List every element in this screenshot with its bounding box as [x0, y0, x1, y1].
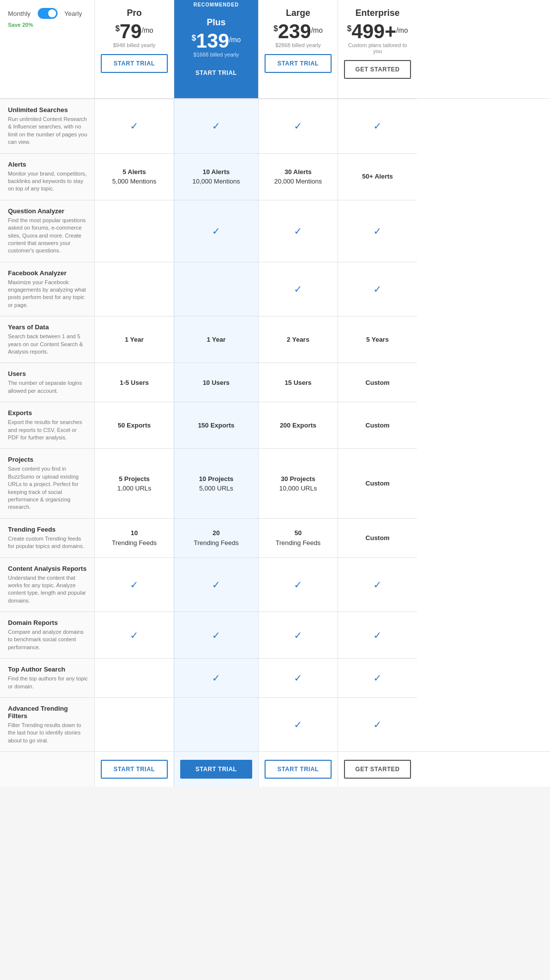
feature-cell-9-3: ✓: [338, 557, 417, 612]
price-dollar-pro: $: [115, 24, 120, 33]
feature-title-5: Users: [8, 370, 88, 377]
feature-cell-1-3: 50+ Alerts: [338, 153, 417, 200]
feature-label-3: Facebook Analyzer Maximize your Facebook…: [0, 262, 94, 316]
feature-cell-6-2: 200 Exports: [258, 402, 338, 448]
bottom-btn-enterprise[interactable]: GET STARTED: [344, 760, 411, 779]
feature-cell-5-3: Custom: [338, 363, 417, 402]
cell-text-7-0: 5 Projects1,000 URLs: [117, 474, 151, 493]
feature-cell-0-1: ✓: [174, 99, 258, 153]
feature-cell-0-3: ✓: [338, 99, 417, 153]
feature-cell-7-3: Custom: [338, 448, 417, 518]
feature-cell-5-1: 10 Users: [174, 363, 258, 402]
cell-text-7-3: Custom: [365, 479, 389, 489]
feature-title-0: Unlimited Searches: [8, 106, 88, 114]
feature-desc-7: Save content you find in BuzzSumo or upl…: [8, 465, 88, 511]
feature-title-1: Alerts: [8, 161, 88, 168]
price-mo-plus: /mo: [229, 36, 241, 44]
bottom-feature-empty: [0, 752, 94, 787]
checkmark-icon: ✓: [294, 120, 302, 132]
price-mo-large: /mo: [311, 26, 323, 34]
feature-cell-12-2: ✓: [258, 697, 338, 751]
cell-text-8-1: 20Trending Feeds: [194, 528, 239, 548]
price-period-plus: $1668 billed yearly: [186, 52, 246, 58]
feature-cell-8-2: 50Trending Feeds: [258, 518, 338, 557]
checkmark-icon: ✓: [294, 225, 302, 237]
feature-label-10: Domain Reports Compare and analyze domai…: [0, 612, 94, 658]
feature-cell-0-2: ✓: [258, 99, 338, 153]
plan-header-plus: RECOMMENDED Plus $ 139 /mo $1668 billed …: [174, 0, 258, 98]
feature-cell-6-1: 150 Exports: [174, 402, 258, 448]
cell-text-4-1: 1 Year: [206, 335, 225, 345]
checkmark-icon: ✓: [373, 283, 382, 295]
feature-cell-10-3: ✓: [338, 612, 417, 658]
feature-cell-7-1: 10 Projects5,000 URLs: [174, 448, 258, 518]
feature-cell-12-3: ✓: [338, 697, 417, 751]
bottom-btn-large[interactable]: START TRIAL: [265, 760, 332, 779]
feature-label-7: Projects Save content you find in BuzzSu…: [0, 448, 94, 518]
plan-name-pro: Pro: [101, 8, 168, 18]
cell-text-7-1: 10 Projects5,000 URLs: [199, 474, 233, 493]
feature-cell-3-1: [174, 262, 258, 316]
feature-title-3: Facebook Analyzer: [8, 269, 88, 277]
pricing-table: Monthly Yearly Save 20% Pro $ 79 /mo $94…: [0, 0, 550, 787]
feature-cell-8-1: 20Trending Feeds: [174, 518, 258, 557]
feature-cell-12-1: [174, 697, 258, 751]
feature-cell-5-0: 1-5 Users: [94, 363, 174, 402]
feature-desc-10: Compare and analyze domains to benchmark…: [8, 628, 88, 651]
cell-text-1-1: 10 Alerts10,000 Mentions: [192, 167, 240, 186]
cell-text-4-3: 5 Years: [366, 335, 389, 345]
cell-text-5-0: 1-5 Users: [120, 378, 149, 388]
plan-name-large: Large: [265, 8, 332, 18]
feature-cell-11-3: ✓: [338, 658, 417, 697]
price-dollar-enterprise: $: [347, 24, 351, 33]
feature-cell-7-0: 5 Projects1,000 URLs: [94, 448, 174, 518]
bottom-cta-enterprise: GET STARTED: [338, 752, 417, 787]
price-amount-pro: 79: [120, 21, 142, 41]
bottom-btn-plus[interactable]: START TRIAL: [180, 760, 252, 779]
cell-text-8-2: 50Trending Feeds: [275, 528, 321, 548]
feature-desc-11: Find the top authors for any topic or do…: [8, 675, 88, 690]
feature-label-5: Users The number of separate logins allo…: [0, 363, 94, 402]
price-mo-pro: /mo: [142, 26, 153, 34]
feature-desc-6: Export the results for searches and repo…: [8, 419, 88, 441]
checkmark-icon: ✓: [294, 719, 302, 731]
feature-cell-7-2: 30 Projects10,000 URLs: [258, 448, 338, 518]
feature-cell-4-0: 1 Year: [94, 316, 174, 363]
billing-toggle[interactable]: [38, 8, 58, 19]
cta-enterprise[interactable]: GET STARTED: [344, 60, 411, 79]
checkmark-icon: ✓: [294, 629, 302, 641]
bottom-btn-pro[interactable]: START TRIAL: [101, 760, 168, 779]
plan-name-enterprise: Enterprise: [344, 8, 411, 18]
cell-text-8-0: 10Trending Feeds: [112, 528, 157, 548]
cta-plus[interactable]: START TRIAL: [186, 63, 246, 82]
feature-cell-12-0: [94, 697, 174, 751]
price-amount-enterprise: 499+: [351, 21, 396, 41]
feature-title-10: Domain Reports: [8, 619, 88, 626]
feature-cell-4-3: 5 Years: [338, 316, 417, 363]
plan-name-plus: Plus: [186, 17, 246, 28]
cell-text-4-0: 1 Year: [125, 335, 143, 345]
cta-pro[interactable]: START TRIAL: [101, 54, 168, 73]
cell-text-4-2: 2 Years: [287, 335, 309, 345]
recommended-badge: RECOMMENDED: [180, 0, 252, 9]
cell-text-6-3: Custom: [365, 421, 389, 430]
feature-cell-2-3: ✓: [338, 200, 417, 262]
feature-desc-3: Maximize your Facebook engagements by an…: [8, 279, 88, 309]
feature-title-7: Projects: [8, 456, 88, 463]
cell-text-5-2: 15 Users: [284, 378, 311, 388]
checkmark-icon: ✓: [212, 225, 220, 237]
feature-cell-9-1: ✓: [174, 557, 258, 612]
checkmark-icon: ✓: [294, 672, 302, 684]
cta-large[interactable]: START TRIAL: [265, 54, 332, 73]
feature-cell-2-1: ✓: [174, 200, 258, 262]
features-grid: Unlimited Searches Run unlimited Content…: [0, 98, 550, 751]
feature-desc-5: The number of separate logins allowed pe…: [8, 379, 88, 395]
toggle-container: Monthly Yearly Save 20%: [0, 0, 94, 98]
feature-label-2: Question Analyzer Find the most popular …: [0, 200, 94, 262]
feature-title-12: Advanced Trending Filters: [8, 705, 88, 720]
yearly-label: Yearly: [65, 10, 82, 17]
checkmark-icon: ✓: [373, 225, 382, 237]
feature-desc-2: Find the most popular questions asked on…: [8, 217, 88, 255]
checkmark-icon: ✓: [373, 120, 382, 132]
feature-desc-4: Search back between 1 and 5 years on our…: [8, 333, 88, 356]
